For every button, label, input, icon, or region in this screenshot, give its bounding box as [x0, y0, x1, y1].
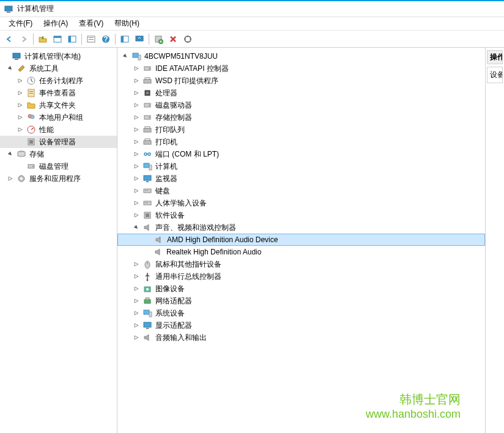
port-icon	[143, 149, 152, 159]
show-hidden-button[interactable]	[118, 32, 132, 46]
device-tree-pane: 4BCWPM51NTV8JUU IDE ATA/ATAPI 控制器 WSD 打印…	[117, 48, 486, 433]
menu-action[interactable]: 操作(A)	[39, 17, 73, 30]
device-computer-cat[interactable]: 计算机	[117, 160, 485, 172]
expand-icon[interactable]	[132, 284, 141, 293]
node-storage[interactable]: 存储	[0, 148, 117, 160]
expand-icon[interactable]	[132, 64, 141, 73]
expand-icon[interactable]	[132, 138, 141, 146]
device-wsd[interactable]: WSD 打印提供程序	[117, 75, 485, 87]
expand-icon[interactable]	[132, 76, 141, 85]
device-network[interactable]: 网络适配器	[117, 295, 485, 307]
device-hid[interactable]: 人体学输入设备	[117, 197, 485, 209]
device-printer[interactable]: 打印机	[117, 136, 485, 148]
device-ports[interactable]: 端口 (COM 和 LPT)	[117, 148, 485, 160]
node-local-users[interactable]: 本地用户和组	[0, 111, 117, 124]
device-cpu[interactable]: 处理器	[117, 87, 485, 99]
node-label: 4BCWPM51NTV8JUU	[143, 52, 219, 61]
update-driver-button[interactable]	[133, 32, 146, 46]
node-label: 端口 (COM 和 LPT)	[154, 149, 220, 160]
expand-icon[interactable]	[132, 101, 141, 109]
actions-pane: 操作 设备	[486, 48, 504, 433]
back-button[interactable]	[2, 32, 16, 46]
device-ide[interactable]: IDE ATA/ATAPI 控制器	[117, 62, 485, 75]
help-button[interactable]	[99, 32, 113, 46]
expand-icon[interactable]	[16, 125, 24, 134]
collapse-icon[interactable]	[132, 223, 141, 232]
device-usb[interactable]: 通用串行总线控制器	[117, 270, 485, 283]
expand-icon[interactable]	[132, 174, 141, 183]
expand-icon[interactable]	[16, 113, 24, 122]
node-root[interactable]: 计算机管理(本地)	[0, 50, 117, 62]
expand-icon[interactable]	[6, 174, 15, 183]
device-printqueue[interactable]: 打印队列	[117, 124, 485, 136]
device-audio-io[interactable]: 音频输入和输出	[117, 331, 485, 344]
expand-icon[interactable]	[132, 162, 141, 171]
node-shared-folders[interactable]: 共享文件夹	[0, 99, 117, 111]
folder-icon	[26, 100, 36, 110]
device-mouse[interactable]: 鼠标和其他指针设备	[117, 258, 485, 270]
actions-item[interactable]: 设备	[487, 67, 503, 83]
collapse-icon[interactable]	[6, 150, 15, 158]
node-performance[interactable]: 性能	[0, 124, 117, 136]
expand-icon[interactable]	[132, 89, 141, 97]
node-label: 存储控制器	[154, 113, 193, 123]
node-label: 系统工具	[28, 64, 60, 74]
expand-icon[interactable]	[132, 150, 141, 158]
node-label: 共享文件夹	[38, 100, 77, 111]
device-monitor[interactable]: 监视器	[117, 172, 485, 185]
expand-icon[interactable]	[132, 321, 141, 330]
expand-icon[interactable]	[132, 297, 141, 305]
expand-icon[interactable]	[16, 89, 24, 97]
forward-button[interactable]	[17, 32, 31, 46]
view-columns-button[interactable]	[65, 32, 79, 46]
event-icon	[26, 88, 36, 98]
node-label: 网络适配器	[154, 296, 193, 306]
node-system-tools[interactable]: 系统工具	[0, 62, 117, 75]
collapse-icon[interactable]	[121, 52, 130, 61]
disk-icon	[143, 100, 152, 110]
expand-icon[interactable]	[132, 272, 141, 281]
scan-button[interactable]	[181, 32, 195, 46]
device-storage-ctrl[interactable]: 存储控制器	[117, 111, 485, 124]
node-event-viewer[interactable]: 事件查看器	[0, 87, 117, 99]
node-task-scheduler[interactable]: 任务计划程序	[0, 75, 117, 87]
node-label: 设备管理器	[38, 137, 77, 147]
node-label: 磁盘管理	[38, 161, 70, 172]
expand-icon[interactable]	[16, 101, 24, 109]
collapse-icon[interactable]	[6, 64, 15, 73]
node-label: 磁盘驱动器	[154, 100, 193, 111]
properties-button[interactable]	[84, 32, 98, 46]
expand-icon[interactable]	[132, 309, 141, 317]
device-amd-audio[interactable]: AMD High Definition Audio Device	[117, 234, 485, 246]
device-keyboard[interactable]: 键盘	[117, 185, 485, 197]
node-services[interactable]: 服务和应用程序	[0, 172, 117, 185]
disk-icon	[26, 161, 36, 171]
menu-bar: 文件(F) 操作(A) 查看(V) 帮助(H)	[0, 17, 504, 31]
device-system[interactable]: 系统设备	[117, 307, 485, 319]
device-display[interactable]: 显示适配器	[117, 319, 485, 331]
device-sound[interactable]: 声音、视频和游戏控制器	[117, 221, 485, 234]
expand-icon[interactable]	[132, 333, 141, 342]
device-software[interactable]: 软件设备	[117, 209, 485, 221]
expand-icon[interactable]	[132, 211, 141, 220]
enable-button[interactable]	[152, 32, 165, 46]
view-panes-button[interactable]	[51, 32, 64, 46]
expand-icon[interactable]	[16, 76, 24, 85]
node-disk-mgmt[interactable]: 磁盘管理	[0, 160, 117, 172]
expand-icon[interactable]	[132, 113, 141, 122]
expand-icon[interactable]	[132, 125, 141, 134]
device-imaging[interactable]: 图像设备	[117, 283, 485, 295]
menu-help[interactable]: 帮助(H)	[109, 17, 144, 30]
menu-view[interactable]: 查看(V)	[74, 17, 108, 30]
device-diskdrive[interactable]: 磁盘驱动器	[117, 99, 485, 111]
expand-icon[interactable]	[132, 260, 141, 268]
up-button[interactable]	[36, 32, 50, 46]
uninstall-button[interactable]	[166, 32, 180, 46]
speaker-icon	[143, 333, 152, 342]
expand-icon[interactable]	[132, 199, 141, 207]
menu-file[interactable]: 文件(F)	[4, 17, 37, 30]
device-realtek-audio[interactable]: Realtek High Definition Audio	[117, 246, 485, 258]
expand-icon[interactable]	[132, 187, 141, 195]
node-device-manager[interactable]: 设备管理器	[0, 136, 117, 148]
device-computer[interactable]: 4BCWPM51NTV8JUU	[117, 50, 485, 62]
